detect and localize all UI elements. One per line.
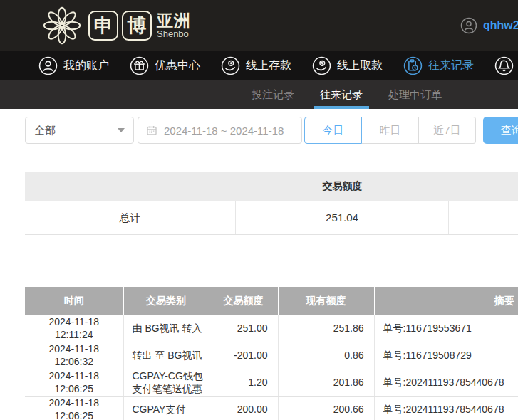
cell-note: 单号:116719553671 <box>374 315 518 342</box>
cell-note: 单号:202411193785440678 <box>374 369 518 397</box>
gift-icon <box>130 56 149 75</box>
logo-char-bo: 博 <box>122 11 152 41</box>
transactions-table-head: 时间交易类别交易额度现有额度摘要 <box>25 287 518 315</box>
table-row: 2024-11-18 12:06:25CGPAY支付200.00200.66单号… <box>25 397 518 420</box>
username-link[interactable]: qhhw2 <box>483 19 518 32</box>
nav-item-label: 线上取款 <box>337 58 383 73</box>
cell-note: 单号:116719508729 <box>374 342 518 369</box>
cell-amount: -201.00 <box>209 342 278 369</box>
quick-date-last7days-button[interactable]: 近7日 <box>419 117 476 144</box>
quick-date-yesterday-button[interactable]: 昨日 <box>362 117 419 144</box>
summary-table: 交易额度 总计 251.04 <box>25 172 518 235</box>
main-nav-bar: 我的账户优惠中心线上存款线上取款往来记录信息中心 <box>0 51 518 80</box>
date-range-value: 2024-11-18 ~ 2024-11-18 <box>164 125 284 137</box>
cell-time: 2024-11-18 12:06:32 <box>25 342 123 369</box>
withdraw-icon <box>312 56 331 75</box>
calendar-icon <box>145 124 158 137</box>
nav-item-promo-center[interactable]: 优惠中心 <box>130 56 200 75</box>
cell-balance: 201.86 <box>278 369 374 397</box>
records-icon <box>403 56 423 75</box>
search-button[interactable]: 查询 <box>483 117 518 144</box>
logo-char-shen: 申 <box>88 11 118 41</box>
cell-type: CGPAY-CG钱包支付笔笔送优惠 <box>123 369 209 397</box>
summary-table-header: 交易额度 <box>25 172 518 201</box>
deposit-icon <box>221 56 240 75</box>
cell-time: 2024-11-18 12:06:25 <box>25 397 123 420</box>
cell-balance: 0.86 <box>278 342 374 369</box>
summary-total-label: 总计 <box>25 201 236 234</box>
cell-time: 2024-11-18 12:11:24 <box>25 315 123 342</box>
table-row: 2024-11-18 12:11:24由 BG视讯 转入251.00251.86… <box>25 315 518 342</box>
column-header: 现有额度 <box>278 287 374 315</box>
date-range-input[interactable]: 2024-11-18 ~ 2024-11-18 <box>138 117 302 144</box>
quick-date-today-button[interactable]: 今日 <box>304 117 362 144</box>
quick-date-group: 今日昨日近7日 <box>304 117 476 144</box>
subtab-bet-records[interactable]: 投注记录 <box>245 80 301 109</box>
top-header: 申 博 亚洲 Shenbo qhhw2 <box>0 0 518 51</box>
subtab-pending-orders[interactable]: 处理中订单 <box>382 80 448 109</box>
summary-empty-cell <box>449 201 518 234</box>
nav-item-label: 线上存款 <box>246 58 291 73</box>
table-row: 2024-11-18 12:06:25CGPAY-CG钱包支付笔笔送优惠1.20… <box>25 369 518 397</box>
transactions-table-body: 2024-11-18 12:11:24由 BG视讯 转入251.00251.86… <box>25 315 518 420</box>
cell-amount: 200.00 <box>209 397 278 420</box>
cell-balance: 200.66 <box>278 397 374 420</box>
logo-region-text: 亚洲 <box>157 12 191 29</box>
cell-time: 2024-11-18 12:06:25 <box>25 369 123 397</box>
user-account-area[interactable]: qhhw2 <box>460 0 518 51</box>
summary-amount-header: 交易额度 <box>236 180 449 193</box>
subtab-bar: 投注记录往来记录处理中订单 <box>0 80 518 109</box>
subtab-transfer-records[interactable]: 往来记录 <box>314 80 369 109</box>
logo-subtitle: Shenbo <box>157 29 191 39</box>
cell-type: 转出 至 BG视讯 <box>123 342 209 369</box>
transactions-table: 时间交易类别交易额度现有额度摘要 2024-11-18 12:11:24由 BG… <box>25 287 518 420</box>
category-dropdown-value: 全部 <box>34 124 56 137</box>
bell-icon <box>494 56 514 75</box>
nav-item-my-account[interactable]: 我的账户 <box>38 56 109 75</box>
column-header: 交易类别 <box>123 287 209 315</box>
nav-item-online-deposit[interactable]: 线上存款 <box>221 56 291 75</box>
header-row: 时间交易类别交易额度现有额度摘要 <box>25 287 518 315</box>
nav-item-label: 优惠中心 <box>155 58 200 73</box>
nav-item-online-withdraw[interactable]: 线上取款 <box>312 56 383 75</box>
table-row: 2024-11-18 12:06:32转出 至 BG视讯-201.000.86单… <box>25 342 518 369</box>
nav-item-label: 我的账户 <box>63 58 109 73</box>
nav-item-label: 往来记录 <box>428 58 474 73</box>
cell-balance: 251.86 <box>278 315 374 342</box>
user-avatar-icon <box>460 17 477 34</box>
user-icon <box>38 56 58 75</box>
column-header: 时间 <box>25 287 123 315</box>
chevron-down-icon <box>118 128 125 132</box>
flower-logo-icon <box>40 4 84 48</box>
nav-item-transfer-records[interactable]: 往来记录 <box>403 56 474 75</box>
cell-type: 由 BG视讯 转入 <box>123 315 209 342</box>
cell-type: CGPAY支付 <box>123 397 209 420</box>
cell-amount: 251.00 <box>209 315 278 342</box>
summary-table-row: 总计 251.04 <box>25 201 518 235</box>
category-dropdown[interactable]: 全部 <box>25 117 134 144</box>
column-header: 交易额度 <box>209 287 278 315</box>
filter-row: 全部 2024-11-18 ~ 2024-11-18 今日昨日近7日 查询 <box>0 117 518 144</box>
site-logo[interactable]: 申 博 亚洲 Shenbo <box>40 4 191 48</box>
cell-note: 单号:202411193785440678 <box>374 397 518 420</box>
nav-item-message-center[interactable]: 信息中心 <box>494 56 518 75</box>
summary-total-amount: 251.04 <box>236 201 449 234</box>
cell-amount: 1.20 <box>209 369 278 397</box>
column-header: 摘要 <box>374 287 518 315</box>
